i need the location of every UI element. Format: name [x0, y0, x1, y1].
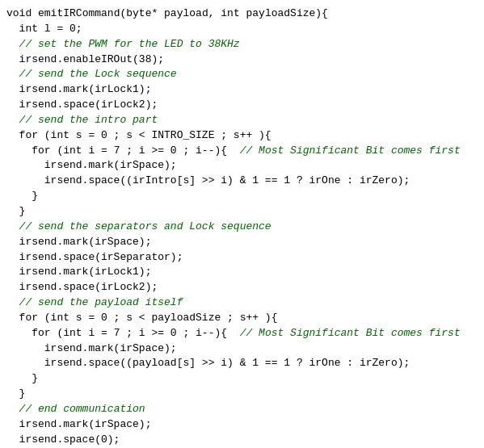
code-line: } [0, 371, 484, 387]
code-line: // send the separators and Lock sequence [0, 220, 484, 235]
code-line: // send the intro part [0, 113, 484, 128]
code-line: irsend.space(irLock2); [0, 280, 484, 295]
code-line: // send the payload itself [0, 295, 484, 311]
code-line: irsend.space(irSeparator); [0, 250, 484, 266]
code-line: } [0, 204, 484, 220]
code-line: for (int s = 0 ; s < INTRO_SIZE ; s++ ){ [0, 128, 484, 144]
code-line: irsend.space((payload[s] >> i) & 1 == 1 … [0, 356, 484, 371]
code-line: irsend.mark(irLock1); [0, 82, 484, 98]
code-line: irsend.mark(irSpace); [0, 158, 484, 174]
code-line: // set the PWM for the LED to 38KHz [0, 37, 484, 52]
code-line: } [0, 387, 484, 402]
code-line: void emitIRCommand(byte* payload, int pa… [0, 6, 484, 22]
code-line: int l = 0; [0, 22, 484, 37]
code-line: for (int i = 7 ; i >= 0 ; i--){ // Most … [0, 326, 484, 341]
code-editor: void emitIRCommand(byte* payload, int pa… [0, 0, 484, 448]
code-line: // send the Lock sequence [0, 67, 484, 82]
code-line: irsend.mark(irSpace); [0, 417, 484, 433]
code-line: irsend.mark(irSpace); [0, 235, 484, 250]
code-line: for (int s = 0 ; s < payloadSize ; s++ )… [0, 311, 484, 326]
code-line: irsend.enableIROut(38); [0, 52, 484, 68]
code-line: irsend.space(0); [0, 433, 484, 448]
code-line: irsend.mark(irSpace); [0, 341, 484, 357]
code-line: // end communication [0, 402, 484, 417]
code-line: irsend.space((irIntro[s] >> i) & 1 == 1 … [0, 174, 484, 189]
code-line: for (int i = 7 ; i >= 0 ; i--){ // Most … [0, 144, 484, 159]
code-line: } [0, 189, 484, 204]
code-line: irsend.space(irLock2); [0, 98, 484, 113]
code-line: irsend.mark(irLock1); [0, 265, 484, 280]
